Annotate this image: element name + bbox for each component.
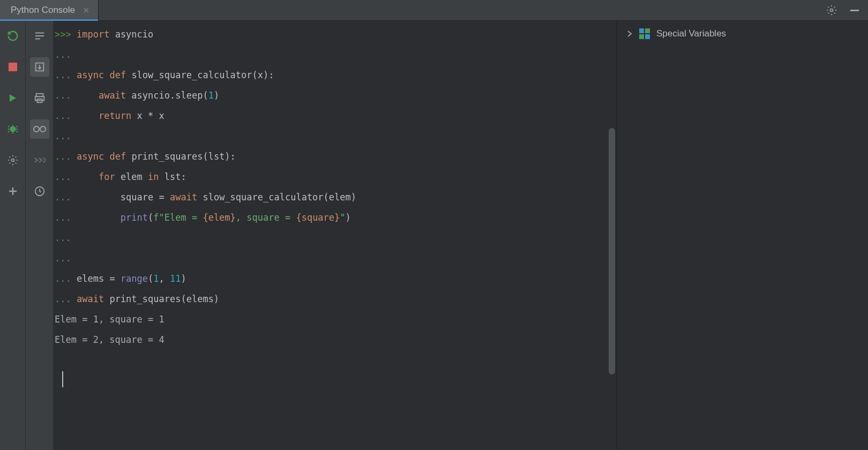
svg-rect-1 (850, 10, 859, 11)
tab-container: Python Console ✕ (0, 0, 99, 20)
settings-icon[interactable] (3, 151, 23, 170)
output-line: Elem = 1, square = 1 (55, 314, 164, 325)
minimize-icon[interactable] (850, 5, 859, 15)
svg-rect-2 (9, 63, 17, 71)
tab-python-console[interactable]: Python Console ✕ (0, 0, 99, 20)
soft-wrap-icon[interactable] (30, 26, 49, 46)
action-toolbar-left (0, 21, 26, 450)
chevrons-icon[interactable] (30, 151, 49, 170)
debug-icon[interactable] (3, 119, 23, 139)
tab-bar: Python Console ✕ (0, 0, 868, 21)
new-console-icon[interactable] (3, 182, 23, 201)
special-variables-label: Special Variables (656, 28, 726, 39)
svg-rect-6 (35, 96, 44, 100)
console-text: >>> import asyncio ... ... async def slo… (54, 21, 616, 394)
action-toolbar-secondary (26, 21, 54, 450)
close-icon[interactable]: ✕ (83, 5, 89, 16)
header-actions (826, 5, 868, 16)
special-variables-row[interactable]: Special Variables (626, 28, 858, 39)
svg-point-3 (10, 126, 16, 132)
print-icon[interactable] (30, 88, 49, 108)
show-variables-icon[interactable] (30, 119, 49, 139)
content: >>> import asyncio ... ... async def slo… (0, 21, 868, 450)
cursor (55, 370, 60, 391)
console-output[interactable]: >>> import asyncio ... ... async def slo… (54, 21, 616, 450)
variables-grid-icon (639, 28, 650, 39)
chevron-right-icon[interactable] (626, 29, 633, 39)
svg-point-0 (830, 9, 833, 12)
svg-point-9 (40, 126, 46, 132)
rerun-icon[interactable] (3, 26, 23, 46)
output-line: Elem = 2, square = 4 (55, 334, 164, 345)
run-icon[interactable] (3, 88, 23, 108)
scrollbar[interactable] (609, 128, 615, 374)
tab-label: Python Console (11, 5, 75, 16)
gear-icon[interactable] (826, 5, 837, 16)
svg-point-8 (34, 126, 39, 132)
svg-point-4 (11, 159, 14, 162)
history-icon[interactable] (30, 182, 49, 201)
scroll-to-end-icon[interactable] (30, 57, 49, 77)
stop-icon[interactable] (3, 57, 23, 77)
variables-panel: Special Variables (616, 21, 868, 450)
